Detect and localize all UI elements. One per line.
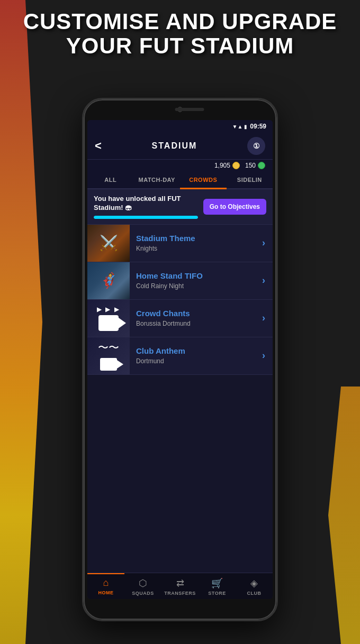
item-subtitle-club-anthem: Dortmund <box>136 357 248 365</box>
nav-item-home[interactable]: ⌂ HOME <box>87 573 124 599</box>
squads-label: SQUADS <box>132 591 154 596</box>
home-icon: ⌂ <box>103 577 109 588</box>
status-icons: ▼▲ ▮ <box>232 124 248 130</box>
bottom-nav: ⌂ HOME ⬡ SQUADS ⇄ TRANSFERS 🛒 STORE ◈ CL… <box>87 573 273 599</box>
status-time: 09:59 <box>250 123 266 130</box>
arrow-club-anthem: › <box>255 350 273 361</box>
anthem-icon: 〜〜 <box>98 341 119 371</box>
arrow-tifo: › <box>255 275 273 286</box>
list-item-tifo[interactable]: Home Stand TIFO Cold Rainy Night › <box>87 262 273 300</box>
header-section: CUSTOMISE AND UPGRADE YOUR FUT STADIUM <box>0 10 360 58</box>
club-label: CLUB <box>247 591 262 596</box>
status-bar: ▼▲ ▮ 09:59 <box>87 120 273 133</box>
unlock-text-area: You have unlocked all FUT Stadium! 🏟 <box>94 195 198 219</box>
back-button[interactable]: < <box>95 139 102 153</box>
objectives-button[interactable]: Go to Objectives <box>203 199 266 215</box>
list-area: Stadium Theme Knights › Home Stand TIFO … <box>87 225 273 573</box>
tifo-thumbnail <box>87 262 130 299</box>
thumb-club-anthem: 〜〜 <box>87 337 130 374</box>
arrow-crowd-chants: › <box>255 312 273 324</box>
arrow-stadium-theme: › <box>255 237 273 249</box>
header-title: CUSTOMISE AND UPGRADE YOUR FUT STADIUM <box>0 10 360 58</box>
club-icon: ◈ <box>250 577 258 589</box>
item-subtitle-stadium-theme: Knights <box>136 245 248 252</box>
coins-value: 1,905 <box>214 162 230 169</box>
music-notes-icon: ▶ ▶ ▶ <box>97 306 120 313</box>
item-subtitle-crowd-chants: Borussia Dortmund <box>136 320 248 327</box>
chants-icon: ▶ ▶ ▶ <box>97 306 120 331</box>
store-icon: 🛒 <box>211 577 223 589</box>
list-item-stadium-theme[interactable]: Stadium Theme Knights › <box>87 225 273 262</box>
currency-bar: 1,905 150 <box>87 160 273 171</box>
unlock-message: You have unlocked all FUT Stadium! 🏟 <box>94 195 198 213</box>
green-coin-icon <box>258 162 265 169</box>
unlock-banner: You have unlocked all FUT Stadium! 🏟 Go … <box>87 189 273 225</box>
item-title-club-anthem: Club Anthem <box>136 346 248 355</box>
item-title-crowd-chants: Crowd Chants <box>136 309 248 318</box>
thumb-crowd-chants: ▶ ▶ ▶ <box>87 300 130 337</box>
nav-title: STADIUM <box>107 141 242 151</box>
item-title-tifo: Home Stand TIFO <box>136 271 248 280</box>
chants-thumbnail: ▶ ▶ ▶ <box>87 300 130 337</box>
tab-matchday[interactable]: MATCH-DAY <box>134 171 181 188</box>
top-nav: < STADIUM ① <box>87 133 273 160</box>
transfers-icon: ⇄ <box>176 577 184 589</box>
nav-item-store[interactable]: 🛒 STORE <box>199 573 236 599</box>
nav-item-squads[interactable]: ⬡ SQUADS <box>124 573 161 599</box>
nav-item-transfers[interactable]: ⇄ TRANSFERS <box>161 573 199 599</box>
item-info-tifo: Home Stand TIFO Cold Rainy Night <box>130 266 255 295</box>
item-info-crowd-chants: Crowd Chants Borussia Dortmund <box>130 303 255 333</box>
phone-screen: ▼▲ ▮ 09:59 < STADIUM ① 1,905 150 <box>87 120 273 599</box>
tab-crowds[interactable]: CROWDS <box>180 171 227 188</box>
item-info-club-anthem: Club Anthem Dortmund <box>130 341 255 370</box>
list-item-crowd-chants[interactable]: ▶ ▶ ▶ Crowd Chants Borussia Dortmund › <box>87 300 273 337</box>
wifi-icon: ▼▲ <box>232 124 243 130</box>
home-label: HOME <box>98 590 114 595</box>
coins-display: 1,905 <box>214 162 240 169</box>
nav-item-club[interactable]: ◈ CLUB <box>236 573 273 599</box>
points-display: 150 <box>245 162 265 169</box>
points-value: 150 <box>245 162 256 169</box>
phone-wrapper: ▼▲ ▮ 09:59 < STADIUM ① 1,905 150 <box>82 98 278 621</box>
knights-thumbnail <box>87 225 130 262</box>
thumb-stadium-theme <box>87 225 130 262</box>
tabs-bar: ALL MATCH-DAY CROWDS SIDELIN <box>87 171 273 189</box>
squads-icon: ⬡ <box>139 577 147 589</box>
list-item-club-anthem[interactable]: 〜〜 Club Anthem Dortmund › <box>87 337 273 375</box>
transfers-label: TRANSFERS <box>164 591 196 596</box>
speaker <box>175 108 204 111</box>
item-info-stadium-theme: Stadium Theme Knights <box>130 228 255 257</box>
stadium-icon[interactable]: ① <box>247 137 265 155</box>
battery-icon: ▮ <box>244 124 247 130</box>
item-subtitle-tifo: Cold Rainy Night <box>136 282 248 290</box>
progress-bar <box>94 216 198 219</box>
tab-sidelin[interactable]: SIDELIN <box>227 171 273 188</box>
item-title-stadium-theme: Stadium Theme <box>136 234 248 243</box>
anthem-thumbnail: 〜〜 <box>87 337 130 374</box>
gold-coin-icon <box>232 162 240 169</box>
progress-fill <box>94 216 198 219</box>
tab-all[interactable]: ALL <box>87 171 134 188</box>
thumb-tifo <box>87 262 130 299</box>
store-label: STORE <box>208 591 226 596</box>
